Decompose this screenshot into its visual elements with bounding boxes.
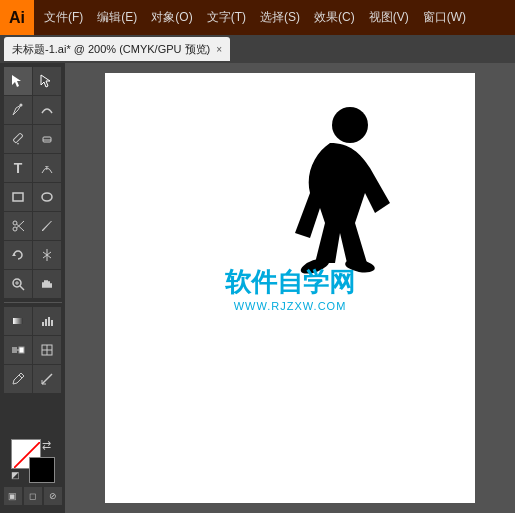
pen-tool-row (4, 96, 61, 124)
rotate-tool-row (4, 241, 61, 269)
svg-rect-8 (13, 193, 23, 201)
blend-tool-row (4, 336, 61, 364)
shape-tool-row (4, 183, 61, 211)
svg-rect-21 (44, 280, 46, 288)
curvature-tool[interactable] (33, 96, 61, 124)
svg-marker-14 (12, 253, 16, 256)
scissors-tool-row (4, 212, 61, 240)
direct-select-tool[interactable] (33, 67, 61, 95)
menu-effect[interactable]: 效果(C) (308, 7, 361, 28)
svg-rect-29 (51, 320, 53, 326)
canvas-content: 软件自学网 WWW.RJZXW.COM (105, 73, 475, 503)
svg-rect-23 (48, 281, 50, 288)
type-tool-row: T T (4, 154, 61, 182)
svg-point-42 (332, 107, 368, 143)
svg-point-2 (20, 104, 23, 107)
pencil-tool-row (4, 125, 61, 153)
tab-label: 未标题-1.ai* @ 200% (CMYK/GPU 预览) (12, 42, 210, 57)
measure-tool[interactable] (33, 365, 61, 393)
color-swatches: ⇄ ◩ (11, 439, 55, 483)
none-button[interactable]: ⊘ (44, 487, 62, 505)
ellipse-tool[interactable] (33, 183, 61, 211)
svg-text:T: T (45, 165, 49, 171)
tab-close-button[interactable]: × (216, 44, 222, 55)
gradient-tool[interactable] (4, 307, 32, 335)
svg-rect-22 (46, 280, 48, 288)
pen-tool[interactable] (4, 96, 32, 124)
svg-rect-31 (19, 347, 24, 353)
menu-edit[interactable]: 编辑(E) (91, 7, 143, 28)
zoom-tool[interactable] (4, 270, 32, 298)
default-colors-icon[interactable]: ◩ (11, 470, 24, 483)
document-tab[interactable]: 未标题-1.ai* @ 200% (CMYK/GPU 预览) × (4, 37, 230, 61)
gradient-tool-row (4, 307, 61, 335)
background-color[interactable] (29, 457, 55, 483)
svg-rect-3 (13, 133, 23, 143)
type-path-tool[interactable]: T (33, 154, 61, 182)
swap-colors-icon[interactable]: ⇄ (42, 439, 55, 452)
reflect-tool[interactable] (33, 241, 61, 269)
svg-rect-27 (45, 319, 47, 326)
svg-rect-25 (13, 318, 23, 324)
canvas-area: 软件自学网 WWW.RJZXW.COM (65, 63, 515, 513)
selection-tool-row (4, 67, 61, 95)
zoom-tool-row (4, 270, 61, 298)
toolbar: T T (0, 63, 65, 513)
color-mode-row: ▣ ◻ ⊘ (4, 487, 62, 505)
svg-rect-20 (42, 282, 44, 288)
rotate-tool[interactable] (4, 241, 32, 269)
select-tool[interactable] (4, 67, 32, 95)
color-area: ⇄ ◩ ▣ ◻ ⊘ (0, 435, 65, 509)
ai-logo: Ai (0, 0, 34, 35)
pencil-tool[interactable] (4, 125, 32, 153)
watermark-line2: WWW.RJZXW.COM (225, 300, 355, 312)
svg-marker-1 (41, 75, 50, 87)
rectangle-tool[interactable] (4, 183, 32, 211)
chart-tool[interactable] (33, 307, 61, 335)
svg-rect-30 (12, 347, 17, 353)
knife-tool[interactable] (33, 212, 61, 240)
menu-text[interactable]: 文字(T) (201, 7, 252, 28)
title-bar: Ai 文件(F) 编辑(E) 对象(O) 文字(T) 选择(S) 效果(C) 视… (0, 0, 515, 35)
svg-line-36 (19, 375, 22, 378)
menu-window[interactable]: 窗口(W) (417, 7, 472, 28)
mesh-tool[interactable] (33, 336, 61, 364)
menu-object[interactable]: 对象(O) (145, 7, 198, 28)
stroke-button[interactable]: ◻ (24, 487, 42, 505)
svg-rect-26 (42, 322, 44, 326)
hand-tool[interactable] (33, 270, 61, 298)
menu-select[interactable]: 选择(S) (254, 7, 306, 28)
watermark-line1: 软件自学网 (225, 265, 355, 300)
type-tool[interactable]: T (4, 154, 32, 182)
tab-bar: 未标题-1.ai* @ 200% (CMYK/GPU 预览) × (0, 35, 515, 63)
menu-file[interactable]: 文件(F) (38, 7, 89, 28)
eraser-tool[interactable] (33, 125, 61, 153)
scissors-tool[interactable] (4, 212, 32, 240)
svg-point-9 (42, 193, 52, 201)
fill-button[interactable]: ▣ (4, 487, 22, 505)
menu-bar: 文件(F) 编辑(E) 对象(O) 文字(T) 选择(S) 效果(C) 视图(V… (34, 0, 476, 35)
svg-marker-4 (17, 143, 19, 145)
tool-separator (4, 302, 62, 303)
blend-tool[interactable] (4, 336, 32, 364)
measure-tool-row (4, 365, 61, 393)
svg-rect-24 (50, 283, 52, 288)
svg-rect-28 (48, 317, 50, 326)
watermark: 软件自学网 WWW.RJZXW.COM (225, 265, 355, 312)
main-area: T T (0, 63, 515, 513)
eyedropper-tool[interactable] (4, 365, 32, 393)
svg-line-37 (42, 374, 52, 384)
svg-line-17 (20, 286, 24, 290)
svg-marker-0 (12, 75, 21, 87)
menu-view[interactable]: 视图(V) (363, 7, 415, 28)
